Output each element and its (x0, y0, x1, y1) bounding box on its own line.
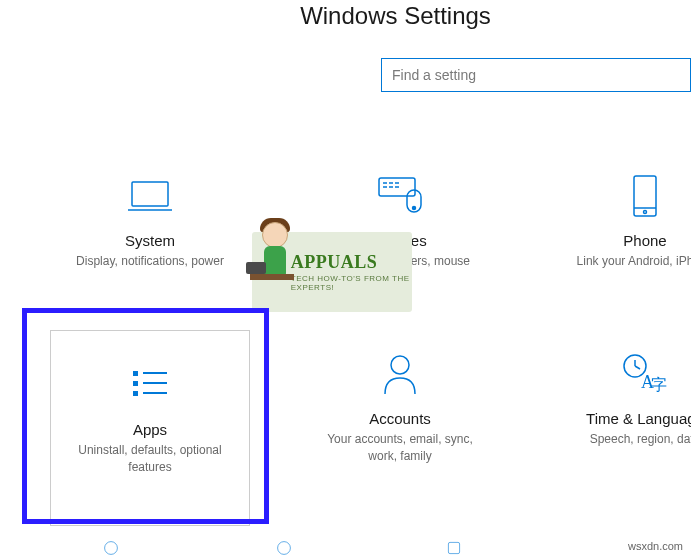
phone-icon (631, 172, 659, 220)
tile-desc: Your accounts, email, sync, work, family (312, 431, 488, 465)
attribution-text: wsxdn.com (628, 540, 683, 552)
tile-desc: Bluetooth, printers, mouse (324, 253, 476, 270)
svg-rect-18 (133, 381, 138, 386)
tile-desc: Link your Android, iPhone (571, 253, 691, 270)
tile-devices[interactable]: Devices Bluetooth, printers, mouse (300, 162, 500, 280)
tile-title: Accounts (369, 410, 431, 427)
tile-system[interactable]: System Display, notifications, power (50, 162, 250, 280)
apps-icon (61, 361, 239, 409)
tile-accounts[interactable]: Accounts Your accounts, email, sync, wor… (300, 340, 500, 537)
tile-title: Phone (623, 232, 666, 249)
devices-icon (377, 172, 423, 220)
svg-point-23 (391, 356, 409, 374)
tile-desc: Uninstall, defaults, optional features (61, 442, 239, 476)
tile-title: Apps (61, 421, 239, 438)
peek-icon-3 (391, 540, 519, 556)
tile-apps[interactable]: Apps Uninstall, defaults, optional featu… (50, 340, 250, 537)
svg-rect-17 (133, 371, 138, 376)
svg-text:字: 字 (651, 376, 667, 393)
tile-title: Devices (373, 232, 426, 249)
tile-phone[interactable]: Phone Link your Android, iPhone (545, 162, 691, 280)
svg-rect-31 (449, 542, 460, 553)
svg-point-29 (105, 542, 118, 555)
tile-title: Time & Language (586, 410, 691, 427)
svg-rect-0 (132, 182, 168, 206)
tile-desc: Speech, region, date (584, 431, 691, 448)
svg-point-13 (644, 211, 647, 214)
search-input[interactable] (381, 58, 691, 92)
peek-icon-2 (223, 540, 346, 556)
svg-point-30 (278, 542, 291, 555)
time-language-icon: A 字 (621, 350, 669, 398)
accounts-icon (381, 350, 419, 398)
settings-grid: System Display, notifications, power Dev… (0, 92, 691, 536)
page-title: Windows Settings (100, 2, 691, 30)
svg-rect-19 (133, 391, 138, 396)
system-icon (128, 172, 172, 220)
tile-title: System (125, 232, 175, 249)
tile-time-language[interactable]: A 字 Time & Language Speech, region, date (545, 340, 691, 537)
svg-point-10 (413, 207, 416, 210)
tile-desc: Display, notifications, power (70, 253, 230, 270)
peek-row (0, 540, 691, 556)
svg-line-26 (635, 366, 640, 369)
peek-icon-1 (50, 540, 173, 556)
